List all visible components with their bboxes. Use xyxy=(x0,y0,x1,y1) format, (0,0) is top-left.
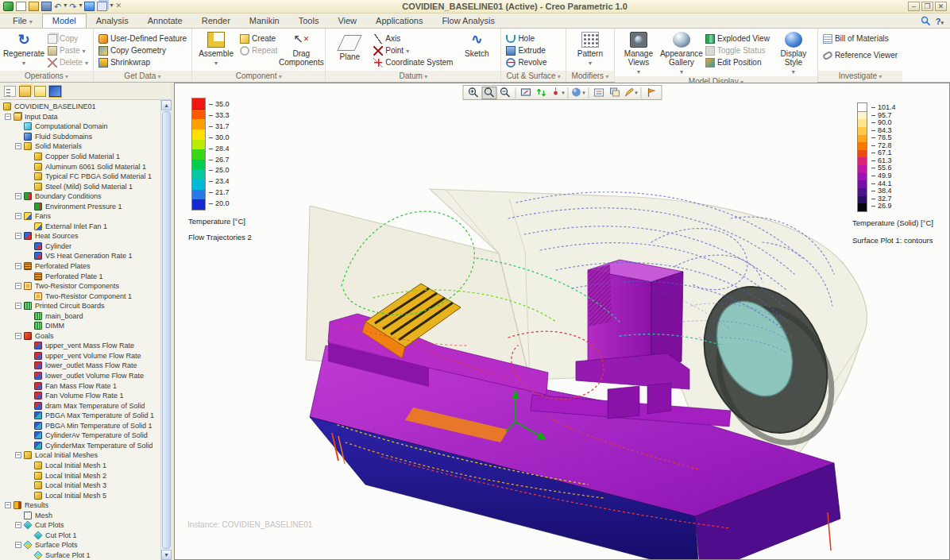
tree-item[interactable]: lower_outlet Mass Flow Rate xyxy=(0,361,160,371)
tree-expander-icon[interactable]: − xyxy=(5,114,11,120)
tree-item[interactable]: Surface Plot 1 xyxy=(0,550,160,560)
display-style-icon[interactable]: ▾ xyxy=(570,87,585,99)
scroll-up-icon[interactable]: ▲ xyxy=(161,100,172,110)
minimize-button[interactable]: – xyxy=(908,2,920,11)
group-label-get-data[interactable]: Get Data xyxy=(94,71,191,82)
group-label-component[interactable]: Component xyxy=(192,71,325,82)
point-button[interactable]: Point xyxy=(372,44,454,56)
display-style-button[interactable]: Display Style xyxy=(773,30,814,76)
spin-center-icon[interactable]: ▾ xyxy=(550,87,565,99)
tree-expander-icon[interactable]: − xyxy=(15,143,21,149)
tree-item[interactable]: −Two-Resistor Components xyxy=(0,281,160,292)
extrude-button[interactable]: Extrude xyxy=(504,44,548,56)
tree-expander-icon[interactable]: − xyxy=(15,193,21,199)
appearance-gallery-button[interactable]: Appearance Gallery xyxy=(661,30,702,76)
undo-icon[interactable]: ↶ xyxy=(54,2,61,11)
pattern-button[interactable]: Pattern xyxy=(570,30,611,71)
repaint-icon[interactable] xyxy=(534,87,549,99)
group-label-cut-surface[interactable]: Cut & Surface xyxy=(501,71,566,82)
tree-item[interactable]: Aluminum 6061 Solid Material 1 xyxy=(0,161,160,172)
datum-display-icon[interactable] xyxy=(591,87,606,99)
tree-expander-icon[interactable]: − xyxy=(15,542,21,548)
tree-item[interactable]: CylinderMax Temperature of Solid xyxy=(0,441,160,451)
restore-button[interactable]: ❐ xyxy=(921,2,933,11)
tree-item[interactable]: −Fans xyxy=(0,211,160,222)
graphics-viewport[interactable]: ▾ ▾ ▾ xyxy=(174,83,950,560)
tree-item[interactable]: Local Initial Mesh 3 xyxy=(0,481,160,491)
tree-item[interactable]: Two-Resistor Component 1 xyxy=(0,291,160,301)
tree-item[interactable]: Cylinder xyxy=(0,241,160,252)
manage-views-button[interactable]: Manage Views xyxy=(618,30,659,76)
exploded-view-button[interactable]: Exploded View xyxy=(704,33,771,44)
tree-item[interactable]: VS Heat Generation Rate 1 xyxy=(0,251,160,261)
tab-manikin[interactable]: Manikin xyxy=(240,14,289,28)
redo-icon[interactable]: ↷ xyxy=(69,2,76,11)
tree-item[interactable]: −Printed Circuit Boards xyxy=(0,301,160,311)
zoom-icon[interactable] xyxy=(481,87,496,99)
axis-button[interactable]: Axis xyxy=(372,33,454,44)
tab-render[interactable]: Render xyxy=(192,14,240,28)
tree-item[interactable]: −Results xyxy=(0,500,160,511)
tree-item[interactable]: Computational Domain xyxy=(0,122,160,132)
scrollbar-thumb[interactable] xyxy=(162,111,171,549)
group-label-datum[interactable]: Datum xyxy=(326,71,500,82)
tree-expander-icon[interactable]: − xyxy=(15,263,21,269)
close-button[interactable]: ✕ xyxy=(935,2,947,11)
tree-expander-icon[interactable]: − xyxy=(15,303,21,309)
tree-item[interactable]: upper_vent Volume Flow Rate xyxy=(0,351,160,361)
group-label-operations[interactable]: Operations xyxy=(0,71,93,82)
customize-caret-icon[interactable]: ▾ xyxy=(110,2,113,11)
plane-button[interactable]: Plane xyxy=(329,30,370,71)
tree-item[interactable]: Cut Plot 1 xyxy=(0,531,160,541)
tab-flow-analysis[interactable]: Flow Analysis xyxy=(432,14,504,28)
tree-expander-icon[interactable]: − xyxy=(5,502,11,508)
regenerate-icon[interactable] xyxy=(84,2,95,11)
sketch-button[interactable]: ∿ Sketch xyxy=(456,30,497,71)
tree-expander-icon[interactable]: − xyxy=(15,283,21,289)
zoom-in-icon[interactable] xyxy=(465,87,481,99)
scroll-down-icon[interactable]: ▼ xyxy=(161,550,172,560)
tab-view[interactable]: View xyxy=(328,14,366,28)
tree-item[interactable]: −Input Data xyxy=(0,112,160,122)
hole-button[interactable]: Hole xyxy=(504,33,548,44)
tree-item[interactable]: −Cut Plots xyxy=(0,520,160,531)
tree-item[interactable]: PBGA Max Temperature of Solid 1 xyxy=(0,411,160,421)
tree-item[interactable]: upper_vent Mass Flow Rate xyxy=(0,341,160,351)
redo-caret-icon[interactable]: ▾ xyxy=(79,2,82,11)
tree-item[interactable]: Fan Mass Flow Rate 1 xyxy=(0,380,160,391)
drag-components-button[interactable]: ↖✕ Drag Components xyxy=(280,30,322,71)
tree-expander-icon[interactable]: − xyxy=(15,213,21,219)
tree-item[interactable]: Local Initial Mesh 5 xyxy=(0,490,160,500)
favorites-icon[interactable] xyxy=(34,86,46,97)
paste-button[interactable]: Paste xyxy=(46,44,90,56)
group-label-investigate[interactable]: Investigate xyxy=(818,71,902,82)
tree-item[interactable]: Steel (Mild) Solid Material 1 xyxy=(0,181,160,191)
tree-item[interactable]: lower_outlet Volume Flow Rate xyxy=(0,371,160,381)
saved-views-icon[interactable] xyxy=(607,87,622,99)
tree-item[interactable]: Local Initial Mesh 2 xyxy=(0,470,160,481)
tab-tools[interactable]: Tools xyxy=(289,14,329,28)
tree-item[interactable]: Environment Pressure 1 xyxy=(0,201,160,211)
view-flag-icon[interactable] xyxy=(643,87,658,99)
tree-item[interactable]: −Local Initial Meshes xyxy=(0,450,160,461)
tab-annotate[interactable]: Annotate xyxy=(138,14,192,28)
tree-item[interactable]: PBGA Min Temperature of Solid 1 xyxy=(0,421,160,431)
context-help-icon[interactable]: ?▾ xyxy=(936,17,944,26)
tab-analysis[interactable]: Analysis xyxy=(87,14,138,28)
show-icon[interactable] xyxy=(4,86,16,97)
tree-expander-icon[interactable]: − xyxy=(15,452,21,458)
tree-item[interactable]: −Perforated Plates xyxy=(0,261,160,272)
tree-item[interactable]: −Surface Plots xyxy=(0,540,160,550)
copy-button[interactable]: Copy xyxy=(46,33,90,44)
coordinate-system-button[interactable]: Coordinate System xyxy=(372,56,454,68)
tree-item[interactable]: main_board xyxy=(0,311,160,321)
tab-applications[interactable]: Applications xyxy=(366,14,432,28)
undo-caret-icon[interactable]: ▾ xyxy=(64,2,67,11)
refit-icon[interactable] xyxy=(518,87,533,99)
save-icon[interactable] xyxy=(41,2,52,11)
tree-item[interactable]: CylinderAv Temperature of Solid xyxy=(0,431,160,441)
zoom-out-icon[interactable] xyxy=(497,87,512,99)
tab-file[interactable]: File xyxy=(3,14,42,28)
tree-item[interactable]: −Solid Materials xyxy=(0,141,160,152)
assemble-button[interactable]: Assemble xyxy=(195,30,237,71)
